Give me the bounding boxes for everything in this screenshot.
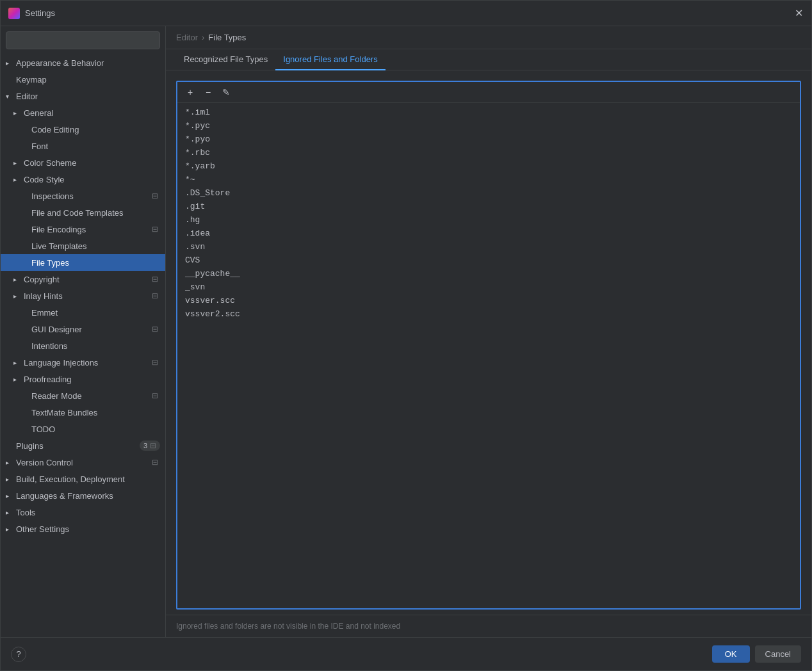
sidebar-item-reader-mode[interactable]: ▸Reader Mode⊟ — [1, 387, 165, 404]
list-item[interactable]: _svn — [177, 280, 800, 294]
list-item[interactable]: __pycache__ — [177, 267, 800, 280]
list-item[interactable]: *.rbc — [177, 146, 800, 159]
list-item[interactable]: .DS_Store — [177, 186, 800, 200]
add-button[interactable]: + — [183, 85, 198, 100]
sidebar-item-label: Build, Execution, Deployment — [16, 474, 125, 484]
sidebar-item-label: General — [24, 108, 53, 118]
cancel-button[interactable]: Cancel — [755, 645, 801, 663]
sidebar-item-language-injections[interactable]: ▸Language Injections⊟ — [1, 354, 165, 371]
sidebar-item-live-templates[interactable]: ▸Live Templates — [1, 238, 165, 254]
ok-button[interactable]: OK — [712, 645, 750, 663]
list-item[interactable]: vssver2.scc — [177, 307, 800, 321]
sidebar-item-keymap[interactable]: ▸Keymap — [1, 71, 165, 88]
sidebar-item-code-editing[interactable]: ▸Code Editing — [1, 121, 165, 138]
list-item[interactable]: .git — [177, 200, 800, 213]
list-item[interactable]: *.yarb — [177, 159, 800, 173]
sidebar-item-appearance[interactable]: ▸Appearance & Behavior — [1, 54, 165, 71]
badge-icon: ⊟ — [150, 357, 160, 368]
sidebar-item-emmet[interactable]: ▸Emmet — [1, 304, 165, 321]
sidebar-item-plugins[interactable]: ▸Plugins 3 ⊟ — [1, 437, 165, 454]
chevron-icon: ▸ — [6, 60, 13, 67]
search-input[interactable] — [12, 36, 154, 45]
ignored-files-panel: + − ✎ *.iml*.pyc*.pyo*.rbc*.yarb*~.DS_St… — [176, 81, 801, 610]
file-list: *.iml*.pyc*.pyo*.rbc*.yarb*~.DS_Store.gi… — [177, 103, 800, 608]
list-item[interactable]: vssver.scc — [177, 294, 800, 307]
list-item[interactable]: *.iml — [177, 106, 800, 119]
sidebar: ▸Appearance & Behavior▸Keymap▾Editor▸Gen… — [1, 26, 166, 637]
breadcrumb-separator: › — [202, 33, 204, 42]
chevron-icon: ▸ — [6, 509, 13, 516]
sidebar-item-copyright[interactable]: ▸Copyright⊟ — [1, 271, 165, 287]
sidebar-item-label: Languages & Frameworks — [16, 491, 113, 501]
sidebar-item-label: Plugins — [16, 441, 44, 451]
window-title: Settings — [25, 8, 793, 18]
help-button[interactable]: ? — [11, 647, 26, 662]
list-item[interactable]: .hg — [177, 213, 800, 227]
sidebar-item-label: Other Settings — [16, 524, 69, 534]
badge-icon: ⊟ — [150, 291, 160, 301]
sidebar-item-file-encodings[interactable]: ▸File Encodings⊟ — [1, 221, 165, 238]
sidebar-item-version-control[interactable]: ▸Version Control⊟ — [1, 454, 165, 471]
bottom-note: Ignored files and folders are not visibl… — [166, 615, 811, 637]
sidebar-item-label: Code Editing — [31, 125, 79, 134]
list-item[interactable]: CVS — [177, 254, 800, 267]
sidebar-item-label: Copyright — [24, 275, 60, 284]
sidebar-item-label: Live Templates — [31, 241, 86, 251]
sidebar-item-label: Editor — [16, 92, 38, 101]
remove-button[interactable]: − — [200, 85, 216, 100]
sidebar-item-label: Color Scheme — [24, 158, 76, 168]
sidebar-item-font[interactable]: ▸Font — [1, 138, 165, 154]
sidebar-item-file-types[interactable]: ▸File Types — [1, 254, 165, 271]
sidebar-item-general[interactable]: ▸General — [1, 104, 165, 121]
sidebar-item-label: Font — [31, 141, 48, 151]
sidebar-item-todo[interactable]: ▸TODO — [1, 421, 165, 437]
title-bar: Settings ✕ — [1, 1, 811, 26]
toolbar: + − ✎ — [177, 82, 800, 103]
sidebar-item-label: Emmet — [31, 308, 58, 318]
sidebar-item-proofreading[interactable]: ▸Proofreading — [1, 371, 165, 387]
tab-recognized[interactable]: Recognized File Types — [176, 49, 275, 70]
chevron-icon: ▸ — [13, 109, 21, 117]
sidebar-item-label: Appearance & Behavior — [16, 58, 104, 68]
sidebar-item-intentions[interactable]: ▸Intentions — [1, 337, 165, 354]
sidebar-item-editor[interactable]: ▾Editor — [1, 88, 165, 104]
sidebar-item-color-scheme[interactable]: ▸Color Scheme — [1, 154, 165, 171]
list-item[interactable]: *.pyc — [177, 119, 800, 133]
search-box[interactable] — [6, 31, 160, 49]
sidebar-item-file-code-templates[interactable]: ▸File and Code Templates — [1, 204, 165, 221]
sidebar-item-gui-designer[interactable]: ▸GUI Designer⊟ — [1, 321, 165, 337]
sidebar-item-label: Language Injections — [24, 358, 98, 368]
tab-ignored[interactable]: Ignored Files and Folders — [275, 49, 385, 70]
sidebar-item-inspections[interactable]: ▸Inspections⊟ — [1, 188, 165, 204]
footer-left: ? — [11, 647, 26, 662]
badge-icon: ⊟ — [150, 191, 160, 201]
sidebar-item-tools[interactable]: ▸Tools — [1, 504, 165, 521]
chevron-icon: ▸ — [13, 176, 21, 183]
sidebar-item-inlay-hints[interactable]: ▸Inlay Hints⊟ — [1, 287, 165, 304]
badge-icon: ⊟ — [150, 457, 160, 467]
footer-right: OK Cancel — [712, 645, 801, 663]
list-item[interactable]: *.pyo — [177, 133, 800, 146]
sidebar-item-label: Inspections — [31, 191, 74, 201]
sidebar-item-label: Code Style — [24, 175, 65, 184]
sidebar-item-textmate-bundles[interactable]: ▸TextMate Bundles — [1, 404, 165, 421]
badge-icon: ⊟ — [150, 324, 160, 334]
sidebar-item-label: File and Code Templates — [31, 208, 124, 218]
breadcrumb-current: File Types — [208, 33, 246, 42]
list-item[interactable]: .svn — [177, 240, 800, 254]
sidebar-item-languages-frameworks[interactable]: ▸Languages & Frameworks — [1, 487, 165, 504]
chevron-icon: ▾ — [6, 93, 13, 100]
sidebar-item-label: Proofreading — [24, 375, 71, 384]
close-button[interactable]: ✕ — [793, 8, 804, 19]
sidebar-item-build-execution[interactable]: ▸Build, Execution, Deployment — [1, 471, 165, 487]
window-body: ▸Appearance & Behavior▸Keymap▾Editor▸Gen… — [1, 26, 811, 637]
chevron-icon: ▸ — [13, 276, 21, 283]
sidebar-item-code-style[interactable]: ▸Code Style — [1, 171, 165, 188]
list-item[interactable]: *~ — [177, 173, 800, 186]
list-item[interactable]: .idea — [177, 227, 800, 240]
badge-icon: ⊟ — [150, 224, 160, 234]
edit-button[interactable]: ✎ — [218, 85, 234, 100]
content-area: + − ✎ *.iml*.pyc*.pyo*.rbc*.yarb*~.DS_St… — [166, 70, 811, 637]
sidebar-item-label: File Types — [31, 258, 69, 268]
sidebar-item-other-settings[interactable]: ▸Other Settings — [1, 521, 165, 537]
